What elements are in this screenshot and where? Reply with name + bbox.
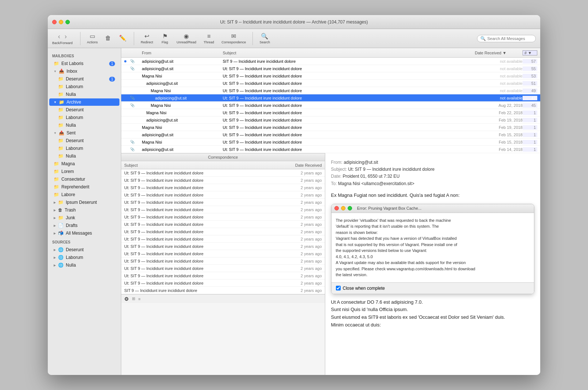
settings-icon[interactable]: ⚙ <box>124 296 129 302</box>
archive-button[interactable]: ▭ Actions <box>85 32 100 45</box>
compose-button[interactable]: ✏️ <box>116 33 129 43</box>
table-row[interactable]: Magna Nisi Ut: SIT 9 — Incididunt irure … <box>121 87 540 94</box>
list-item[interactable]: Ut: SIT 9 — Incididunt irure incididunt … <box>121 235 325 243</box>
sidebar-item-sources-deserunt[interactable]: ▶ 🌐 Deserunt <box>49 246 119 253</box>
sidebar-item-archive-laborum[interactable]: 📁 Laborum <box>49 114 119 121</box>
sidebar-item-sent-laborum[interactable]: 📁 Laborum <box>49 145 119 152</box>
search-input-wrap[interactable]: 🔍 <box>477 35 536 42</box>
list-item[interactable]: Ut: SIT 9 — Incididunt irure incididunt … <box>121 272 325 279</box>
sidebar-item-sent-deserunt[interactable]: 📁 Deserunt <box>49 137 119 144</box>
sidebar-item-reprehenderit[interactable]: 📁 Reprehenderit <box>49 183 119 191</box>
table-row[interactable]: adipisicing@ut.sit Ut: SIT 9 — Incididun… <box>121 116 540 124</box>
table-row[interactable]: 📎 adipisicing@ut.sit Ut: SIT 9 — Incidid… <box>121 94 540 102</box>
folder-icon: 📁 <box>58 92 64 97</box>
list-item[interactable]: Ut: SIT 9 — Incididunt irure incididunt … <box>121 257 325 265</box>
subject-cell: Ut: SIT 9 — Incididunt irure incididunt … <box>223 103 475 108</box>
col-date-header[interactable]: Date Received ▼ <box>475 51 523 55</box>
close-button[interactable] <box>52 20 57 24</box>
fullscreen-button[interactable] <box>65 20 70 24</box>
from-cell: adipisicing@ut.sit <box>142 147 223 152</box>
sidebar-item-trash[interactable]: ▶ 🗑 Trash <box>49 206 119 214</box>
col-from-header[interactable]: From <box>142 51 223 55</box>
sidebar-item-archive-nulla[interactable]: 📁 Nulla <box>49 122 119 129</box>
col-num-header[interactable]: # ▼ <box>523 50 537 55</box>
table-row[interactable]: Magna Nisi Ut: SIT 9 — Incididunt irure … <box>121 109 540 116</box>
sidebar-item-archive-deserunt[interactable]: 📁 Deserunt <box>49 106 119 113</box>
table-row[interactable]: 📎 adipisicing@ut.sit Ut: SIT 9 — Incidid… <box>121 146 540 153</box>
search-input[interactable] <box>487 36 533 41</box>
search-toolbar-button[interactable]: 🔍 Search <box>257 32 272 45</box>
table-row[interactable]: 📎 Magna Nisi Ut: SIT 9 — Incididunt irur… <box>121 102 540 109</box>
col-subject-header[interactable]: Subject <box>223 51 475 55</box>
sidebar-item-drafts[interactable]: ▶ 📄 Drafts <box>49 222 119 229</box>
terminal-fullscreen[interactable] <box>348 206 352 210</box>
list-item[interactable]: Ut: SIT 9 — Incididunt irure incididunt … <box>121 169 325 177</box>
unread-button[interactable]: ◉ Unread/Read <box>175 32 199 45</box>
thread-button[interactable]: ≡ Thread <box>201 32 216 45</box>
sidebar-item-label: Inbox <box>67 69 77 74</box>
date-cell: not available <box>475 74 523 78</box>
list-item[interactable]: Ut: SIT 9 — Incididunt irure incididunt … <box>121 228 325 235</box>
sidebar-item-est-laboris[interactable]: 📁 Est Laboris 1 <box>49 60 119 67</box>
folder-icon: 📁 <box>58 76 64 82</box>
minimize-button[interactable] <box>59 20 63 24</box>
sidebar-item-sent[interactable]: ▼ 📤 Sent <box>49 129 119 137</box>
sidebar-item-laborum[interactable]: 📁 Laborum <box>49 83 119 90</box>
sidebar-item-archive[interactable]: ▼ 📁 Archive <box>49 98 119 106</box>
sidebar-item-magna[interactable]: 📁 Magna <box>49 160 119 167</box>
forward-button[interactable]: › <box>63 32 68 41</box>
terminal-close[interactable] <box>334 206 339 210</box>
list-item[interactable]: Ut: SIT 9 — Incididunt irure incididunt … <box>121 177 325 184</box>
email-list-header: From Subject Date Received ▼ # ▼ <box>121 48 540 58</box>
table-row[interactable]: adipisicing@ut.sit Ut: SIT 9 — Incididun… <box>121 80 540 87</box>
correspondence-button[interactable]: ✉ Correspondence <box>219 32 248 45</box>
table-row[interactable]: adipisicing@ut.sit Ut: SIT 9 — Incididun… <box>121 131 540 138</box>
date-cell: not available <box>475 59 523 64</box>
back-button[interactable]: ‹ <box>57 32 62 41</box>
sidebar-item-deserunt[interactable]: 📁 Deserunt 1 <box>49 75 119 83</box>
sidebar-item-sent-nulla[interactable]: 📁 Nulla <box>49 152 119 160</box>
table-row[interactable]: Magna Nisi Ut: SIT 9 — Incididunt irure … <box>121 72 540 80</box>
sidebar-item-consectetur[interactable]: 📁 Consectetur <box>49 176 119 183</box>
list-item[interactable]: Ut: SIT 9 — Incididunt irure incididunt … <box>121 213 325 221</box>
list-item[interactable]: Ut: SIT 9 — Incididunt irure incididunt … <box>121 206 325 213</box>
sidebar-item-label: Junk <box>66 215 75 220</box>
delete-button[interactable]: 🗑 <box>101 34 115 43</box>
list-item[interactable]: Ut: SIT 9 — Incididunt irure incididunt … <box>121 243 325 250</box>
table-row[interactable]: 📎 adipisicing@ut.sit SIT 9 — Incididunt … <box>121 58 540 65</box>
folder-icon: 📁 <box>54 177 59 182</box>
list-item[interactable]: Ut: SIT 9 — Incididunt irure incididunt … <box>121 265 325 272</box>
flag-button[interactable]: ⚑ Flag <box>158 32 172 45</box>
close-when-complete-checkbox[interactable] <box>336 286 341 290</box>
back-forward-group: ‹ › Back/Forward <box>52 32 73 45</box>
corr-date: 2 years ago <box>289 288 322 293</box>
sidebar-item-lorem[interactable]: 📁 Lorem <box>49 168 119 175</box>
traffic-lights <box>52 20 70 24</box>
list-item[interactable]: SIT 9 — Incididunt irure incididunt dolo… <box>121 287 325 294</box>
redirect-button[interactable]: ↩ Redirect <box>139 32 155 45</box>
terminal-minimize[interactable] <box>341 206 345 210</box>
sidebar-item-inbox[interactable]: ▼ 📥 Inbox <box>49 68 119 75</box>
sidebar-item-nulla[interactable]: 📁 Nulla <box>49 91 119 98</box>
sidebar-item-sources-nulla[interactable]: ▶ 🌐 Nulla <box>49 261 119 269</box>
sidebar-item-labore[interactable]: 📁 Labore <box>49 191 119 198</box>
table-row[interactable]: Magna Nisi Ut: SIT 9 — Incididunt irure … <box>121 124 540 131</box>
table-row[interactable]: 📎 adipisicing@ut.sit Ut: SIT 9 — Incidid… <box>121 65 540 72</box>
list-item[interactable]: Ut: SIT 9 — Incididunt irure incididunt … <box>121 184 325 191</box>
sidebar-item-label: Magna <box>61 161 75 166</box>
sidebar-item-all-messages[interactable]: ▶ 📬 All Messages <box>49 230 119 237</box>
list-item[interactable]: Ut: SIT 9 — Incididunt irure incididunt … <box>121 191 325 199</box>
sidebar-item-sources-laborum[interactable]: ▶ 🌐 Laborum <box>49 254 119 261</box>
list-item[interactable]: Ut: SIT 9 — Incididunt irure incididunt … <box>121 199 325 206</box>
corr-subject: Ut: SIT 9 — Incididunt irure incididunt … <box>124 281 289 285</box>
list-item[interactable]: Ut: SIT 9 — Incididunt irure incididunt … <box>121 250 325 257</box>
list-icon: ≡ <box>138 297 140 301</box>
folder-icon: 📁 <box>58 154 64 159</box>
list-item[interactable]: Ut: SIT 9 — Incididunt irure incididunt … <box>121 221 325 228</box>
sidebar-item-junk[interactable]: ▶ 📁 Junk <box>49 214 119 221</box>
sidebar-item-label: Nulla <box>66 263 76 268</box>
table-row[interactable]: 📎 Magna Nisi Ut: SIT 9 — Incididunt irur… <box>121 138 540 146</box>
list-item[interactable]: Ut: SIT 9 — Incididunt irure incididunt … <box>121 279 325 287</box>
sidebar-item-ipsum-deserunt[interactable]: ▶ 📁 Ipsum Deserunt <box>49 199 119 206</box>
sidebar-item-label: Sent <box>67 130 76 136</box>
